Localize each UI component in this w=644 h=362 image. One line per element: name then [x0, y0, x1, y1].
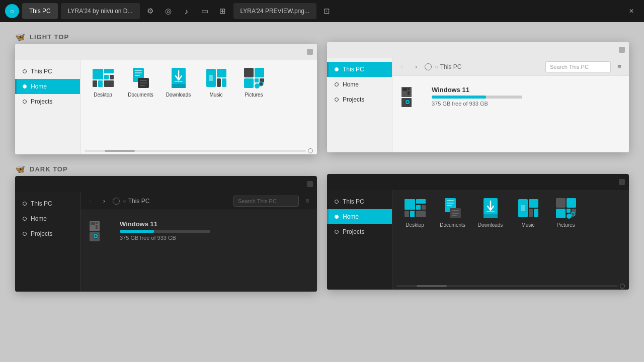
- titlebar-btn[interactable]: [619, 47, 625, 53]
- drive-icon: [400, 84, 425, 108]
- sidebar-item-projects[interactable]: Projects: [15, 94, 80, 109]
- svg-point-74: [571, 212, 575, 216]
- drive-info: Windows 11 375 GB free of 933 GB: [120, 220, 309, 241]
- svg-rect-5: [98, 80, 103, 87]
- top-bar: ○ This PC LYRA'24 by niivu on D... ⚙ ◎ ♪…: [0, 0, 644, 22]
- svg-rect-41: [91, 225, 95, 227]
- sidebar-item-projects[interactable]: Projects: [327, 224, 392, 239]
- folder-label-music: Music: [209, 92, 222, 98]
- svg-rect-71: [567, 209, 571, 213]
- dark-folders-window: This PC Home Projects: [327, 174, 629, 290]
- svg-rect-68: [556, 198, 566, 208]
- titlebar-btn[interactable]: [619, 179, 625, 185]
- view-toggle-icon[interactable]: ≡: [302, 196, 313, 207]
- documents-icon: [129, 66, 153, 90]
- svg-rect-1: [104, 69, 114, 73]
- forward-button[interactable]: ›: [411, 61, 422, 72]
- svg-rect-48: [416, 205, 421, 210]
- folder-label-desktop-dark: Desktop: [406, 222, 424, 228]
- sidebar-item-home[interactable]: Home: [327, 209, 392, 224]
- folder-downloads-dark[interactable]: Downloads: [474, 196, 507, 228]
- pictures-icon-dark: [554, 196, 578, 220]
- view-toggle-icon[interactable]: ≡: [614, 61, 625, 72]
- drive-icon: [89, 218, 113, 242]
- folder-music-dark[interactable]: Music: [512, 196, 544, 228]
- svg-rect-69: [567, 198, 576, 208]
- back-button[interactable]: ‹: [85, 196, 96, 207]
- target-icon[interactable]: ◎: [161, 4, 176, 19]
- titlebar-btn[interactable]: [307, 49, 313, 55]
- back-button[interactable]: ‹: [396, 61, 408, 72]
- folder-pictures[interactable]: Pictures: [237, 66, 270, 98]
- svg-rect-50: [405, 211, 409, 217]
- sidebar-item-this-pc[interactable]: This PC: [327, 62, 392, 77]
- titlebar-btn[interactable]: [307, 181, 313, 187]
- settings-icon[interactable]: ⚙: [143, 4, 158, 19]
- light-top-label: 🦋 LIGHT TOP: [15, 32, 317, 42]
- svg-rect-46: [405, 199, 415, 210]
- drive-free-space: 375 GB free of 933 GB: [432, 101, 621, 107]
- music-icon-dark: [516, 196, 540, 220]
- folder-label-downloads-dark: Downloads: [478, 222, 503, 228]
- light-icon-grid: Desktop: [80, 60, 317, 104]
- svg-rect-55: [447, 203, 454, 204]
- svg-rect-20: [217, 78, 221, 87]
- svg-rect-62: [487, 211, 495, 212]
- tab-lyra-d[interactable]: LYRA'24 by niivu on D...: [61, 3, 140, 19]
- sidebar-item-projects[interactable]: Projects: [327, 92, 392, 107]
- svg-rect-34: [408, 91, 410, 95]
- svg-rect-52: [416, 211, 426, 217]
- svg-rect-21: [222, 78, 226, 87]
- svg-rect-51: [410, 211, 415, 217]
- window-icon[interactable]: ▭: [197, 4, 212, 19]
- light-drive-window: This PC Home Projects ‹ ›: [327, 42, 629, 152]
- breadcrumb-circle: [113, 198, 120, 205]
- folder-label-documents-dark: Documents: [440, 222, 465, 228]
- grid-icon[interactable]: ⊞: [215, 4, 230, 19]
- scrollbar-track-dark[interactable]: [396, 285, 618, 287]
- folder-pictures-dark[interactable]: Pictures: [549, 196, 582, 228]
- sidebar-item-projects[interactable]: Projects: [15, 226, 80, 241]
- svg-rect-16: [175, 81, 183, 82]
- svg-rect-3: [110, 75, 114, 79]
- dark-drive-content: ‹ › ○ This PC ≡: [80, 192, 317, 292]
- folder-label-pictures: Pictures: [245, 92, 263, 98]
- folder-music[interactable]: ♪ Music: [200, 66, 232, 98]
- music-icon[interactable]: ♪: [179, 4, 194, 19]
- dark-folders-scrollbar: [392, 283, 629, 290]
- butterfly-icon-dark: 🦋: [15, 164, 26, 174]
- tab-this-pc[interactable]: This PC: [22, 3, 58, 19]
- butterfly-icon-light: 🦋: [15, 32, 26, 42]
- svg-rect-58: [452, 210, 459, 211]
- folder-desktop-dark[interactable]: Desktop: [398, 196, 431, 228]
- tab-label: This PC: [29, 8, 51, 15]
- svg-rect-33: [403, 91, 407, 93]
- sidebar-item-home[interactable]: Home: [327, 77, 392, 92]
- svg-rect-10: [135, 75, 140, 76]
- dark-folders-sidebar: This PC Home Projects: [327, 190, 392, 290]
- sidebar-item-this-pc[interactable]: This PC: [327, 194, 392, 209]
- folder-desktop[interactable]: Desktop: [87, 66, 119, 98]
- folder-documents-dark[interactable]: Documents: [436, 196, 469, 228]
- close-button[interactable]: ✕: [624, 4, 639, 19]
- dark-drive-toolbar: ‹ › ○ This PC ≡: [80, 192, 317, 210]
- breadcrumb-circle: [425, 63, 432, 70]
- svg-rect-54: [447, 200, 454, 201]
- sidebar-item-home[interactable]: Home: [15, 211, 80, 226]
- sidebar-item-this-pc[interactable]: This PC: [15, 196, 80, 211]
- capture-icon[interactable]: ⊡: [319, 4, 335, 19]
- sidebar-item-home[interactable]: Home: [15, 79, 80, 94]
- svg-rect-9: [135, 72, 142, 73]
- forward-button[interactable]: ›: [99, 196, 110, 207]
- tab-lyra-preview[interactable]: LYRA'24 PREVIEW.png...: [233, 3, 316, 19]
- svg-rect-66: [529, 209, 533, 217]
- search-input[interactable]: [545, 61, 611, 72]
- sidebar-item-this-pc[interactable]: This PC: [15, 64, 80, 79]
- folder-downloads[interactable]: Downloads: [162, 66, 195, 98]
- scrollbar-track[interactable]: [85, 150, 306, 152]
- svg-point-45: [95, 235, 97, 237]
- light-drive-view: Windows 11 375 GB free of 933 GB: [392, 76, 629, 116]
- folder-documents[interactable]: Documents: [124, 66, 157, 98]
- drive-progress-bar: [432, 96, 522, 99]
- search-input[interactable]: [233, 196, 299, 207]
